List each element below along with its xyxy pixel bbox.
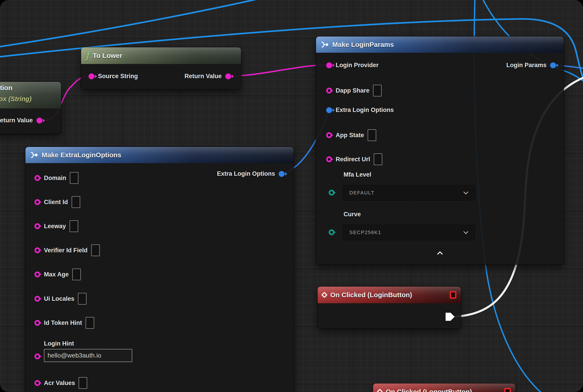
- verifier-id-field-pin[interactable]: [34, 247, 40, 253]
- wire-blue-diagonal-1[interactable]: [0, 0, 264, 47]
- extra-login-options-in-pin[interactable]: [326, 107, 332, 113]
- id-token-hint-label: Id Token Hint: [44, 320, 82, 326]
- max-age-pin[interactable]: [34, 272, 40, 277]
- node-on-clicked-login-button[interactable]: On Clicked (LoginButton): [318, 286, 461, 328]
- function-icon: ƒ: [86, 51, 89, 60]
- curve-pin[interactable]: [329, 229, 334, 235]
- make-struct-icon: [320, 41, 329, 48]
- ui-locales-input[interactable]: [78, 293, 86, 304]
- dapp-share-pin[interactable]: [326, 88, 332, 94]
- node-make-extra-login-options-title: Make ExtraLoginOptions: [42, 151, 121, 159]
- curve-value: SECP256K1: [350, 230, 382, 236]
- partial-return-value-label: eturn Value: [0, 117, 33, 124]
- login-hint-pin[interactable]: [34, 354, 40, 359]
- client-id-label: Client Id: [44, 199, 68, 206]
- widget-bound-icon: [504, 388, 511, 392]
- partial-return-value-pin[interactable]: [36, 118, 42, 124]
- max-age-label: Max Age: [44, 271, 69, 278]
- login-hint-label: Login Hint: [44, 340, 132, 347]
- collapse-pins-button[interactable]: [433, 250, 447, 256]
- chevron-down-icon: [464, 231, 468, 234]
- return-value-pin[interactable]: [225, 74, 231, 79]
- extra-login-options-out-pin[interactable]: [279, 171, 284, 177]
- login-provider-pin[interactable]: [326, 62, 332, 68]
- login-params-out-pin[interactable]: [550, 62, 556, 68]
- source-string-label: Source String: [98, 73, 138, 80]
- node-on-clicked-login-title: On Clicked (LoginButton): [330, 291, 412, 299]
- source-string-pin[interactable]: [88, 74, 94, 79]
- acr-values-pin[interactable]: [34, 380, 40, 386]
- redirect-url-input[interactable]: [374, 154, 382, 165]
- extra-login-options-in-label: Extra Login Options: [336, 106, 394, 114]
- acr-values-input[interactable]: [78, 377, 87, 389]
- domain-input[interactable]: [70, 172, 78, 184]
- mfa-level-pin[interactable]: [329, 190, 334, 196]
- redirect-url-pin[interactable]: [326, 156, 332, 162]
- redirect-url-label: Redirect Url: [336, 156, 370, 163]
- node-on-clicked-logout-button[interactable]: On Clicked (LogoutButton): [373, 384, 516, 392]
- event-diamond-icon: [321, 292, 328, 298]
- return-value-label: Return Value: [184, 73, 222, 80]
- domain-pin[interactable]: [34, 175, 40, 181]
- curve-dropdown[interactable]: SECP256K1: [343, 225, 475, 240]
- app-state-pin[interactable]: [326, 132, 332, 138]
- make-struct-icon: [30, 152, 38, 158]
- id-token-hint-input[interactable]: [86, 317, 94, 329]
- app-state-input[interactable]: [368, 129, 376, 141]
- domain-label: Domain: [44, 174, 66, 182]
- login-provider-label: Login Provider: [336, 62, 379, 69]
- login-hint-input[interactable]: [44, 349, 132, 362]
- node-on-clicked-login-header[interactable]: On Clicked (LoginButton): [318, 286, 461, 303]
- dapp-share-input[interactable]: [373, 85, 382, 96]
- mfa-level-dropdown[interactable]: DEFAULT: [343, 185, 475, 200]
- node-make-login-params-header[interactable]: Make LoginParams: [316, 36, 564, 53]
- dapp-share-label: Dapp Share: [336, 87, 370, 94]
- app-state-label: App State: [336, 132, 364, 139]
- widget-bound-icon: [450, 291, 456, 299]
- node-make-extra-login-options[interactable]: Make ExtraLoginOptions Extra Login Optio…: [26, 147, 294, 392]
- max-age-input[interactable]: [72, 268, 81, 280]
- client-id-input[interactable]: [72, 196, 80, 208]
- id-token-hint-pin[interactable]: [34, 320, 40, 326]
- node-make-extra-login-options-header[interactable]: Make ExtraLoginOptions: [26, 147, 294, 163]
- node-to-lower-header[interactable]: ƒ To Lower: [81, 47, 241, 64]
- acr-values-label: Acr Values: [44, 380, 75, 386]
- node-make-login-params-title: Make LoginParams: [332, 41, 394, 48]
- curve-label: Curve: [344, 211, 361, 218]
- verifier-id-field-label: Verifier Id Field: [44, 247, 88, 254]
- node-on-clicked-logout-header[interactable]: On Clicked (LogoutButton): [373, 384, 516, 392]
- node-to-lower-title: To Lower: [93, 52, 122, 60]
- leeway-pin[interactable]: [34, 223, 40, 229]
- chevron-up-icon: [437, 252, 443, 254]
- node-partial-function-title: tion: [0, 84, 12, 92]
- node-partial-function-subtitle: ox (String): [0, 95, 32, 103]
- leeway-label: Leeway: [44, 223, 66, 230]
- mfa-level-value: DEFAULT: [350, 190, 374, 196]
- event-diamond-icon: [377, 388, 383, 392]
- blueprint-graph-canvas[interactable]: tion ox (String) eturn Value ƒ To Lower …: [0, 0, 583, 392]
- verifier-id-field-input[interactable]: [91, 244, 100, 256]
- ui-locales-pin[interactable]: [34, 296, 40, 302]
- node-on-clicked-logout-title: On Clicked (LogoutButton): [386, 388, 472, 392]
- login-params-out-label: Login Params: [506, 62, 546, 69]
- extra-login-options-out-label: Extra Login Options: [217, 170, 275, 177]
- wire-tolower-to-login-provider[interactable]: [227, 65, 329, 76]
- node-make-login-params[interactable]: Make LoginParams Login Provider Login Pa…: [316, 36, 564, 264]
- node-to-lower[interactable]: ƒ To Lower Source String Return Value: [81, 47, 241, 89]
- chevron-down-icon: [464, 192, 468, 194]
- node-partial-function[interactable]: tion ox (String) eturn Value: [0, 82, 61, 134]
- mfa-level-label: Mfa Level: [344, 171, 371, 178]
- leeway-input[interactable]: [70, 220, 78, 232]
- node-partial-function-header[interactable]: tion ox (String): [0, 82, 61, 108]
- exec-output-pin[interactable]: [446, 313, 454, 321]
- ui-locales-label: Ui Locales: [44, 295, 74, 302]
- client-id-pin[interactable]: [34, 199, 40, 205]
